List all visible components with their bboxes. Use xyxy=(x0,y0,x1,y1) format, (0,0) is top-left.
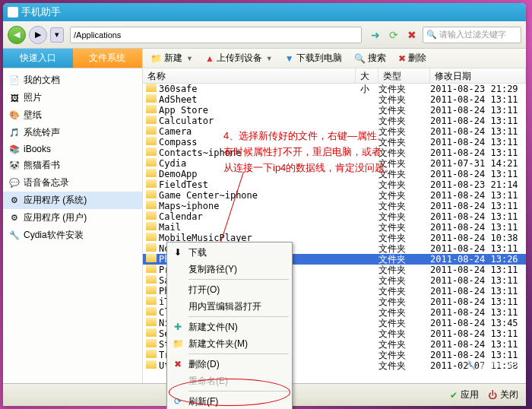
col-date[interactable]: 修改日期 xyxy=(430,68,526,83)
folder-icon xyxy=(146,105,157,113)
search-button[interactable]: 🔍搜索 xyxy=(351,50,389,66)
file-row[interactable]: Maps~iphone文件夹2011-08-24 13:11 xyxy=(143,201,526,211)
file-row[interactable]: DemoApp文件夹2011-08-24 13:11 xyxy=(143,169,526,179)
upload-button[interactable]: ▲上传到设备▼ xyxy=(202,50,276,66)
folder-icon xyxy=(146,350,157,358)
sidebar-item-icon: ⚙ xyxy=(9,195,20,206)
folder-icon xyxy=(146,296,157,305)
cm-download[interactable]: ⬇下载 xyxy=(169,244,290,261)
search-input[interactable]: 🔍 请输入过滤关键字 xyxy=(423,27,521,43)
download-icon: ⬇ xyxy=(172,246,184,258)
titlebar: 手机助手 xyxy=(3,3,526,21)
tab-quick-entry[interactable]: 快速入口 xyxy=(3,49,73,68)
sidebar-item[interactable]: 🎨壁纸 xyxy=(3,106,142,124)
history-dropdown[interactable]: ▾ xyxy=(50,27,64,43)
folder-icon xyxy=(146,318,157,326)
path-input[interactable] xyxy=(70,27,362,43)
delete-icon: ✖ xyxy=(398,53,406,64)
folder-icon xyxy=(146,201,157,209)
file-row[interactable]: Contacts~iphone文件夹2011-08-24 13:11 xyxy=(143,147,526,158)
refresh-icon[interactable]: ⟳ xyxy=(386,27,401,43)
sidebar-item[interactable]: 🔧Cydia软件安装 xyxy=(3,227,142,244)
sidebar-item[interactable]: 🐼熊猫看书 xyxy=(3,157,142,174)
folder-icon xyxy=(146,179,157,188)
apply-button[interactable]: ✔应用 xyxy=(450,388,479,401)
folder-plus-icon: 📁 xyxy=(172,338,184,350)
folder-icon xyxy=(146,94,157,103)
file-row[interactable]: 360safe文件夹2011-08-23 21:29 xyxy=(143,84,526,94)
sidebar-item-label: iBooks xyxy=(24,144,51,154)
sidebar-item-label: 系统铃声 xyxy=(24,126,60,139)
sidebar-item[interactable]: 🖼照片 xyxy=(3,89,142,106)
file-row[interactable]: Cydia文件夹2011-07-31 14:21 xyxy=(143,158,526,169)
folder-icon xyxy=(146,286,157,294)
sidebar-item-icon: 🐼 xyxy=(9,160,20,171)
folder-icon xyxy=(146,339,157,347)
sidebar-item[interactable]: 📚iBooks xyxy=(3,141,142,157)
col-type[interactable]: 类型 xyxy=(378,68,430,83)
go-button[interactable]: ➜ xyxy=(368,27,383,43)
sidebar-item[interactable]: 📄我的文档 xyxy=(3,71,142,89)
file-row[interactable]: App Store文件夹2011-08-24 13:11 xyxy=(143,105,526,116)
close-button[interactable]: ⏻关闭 xyxy=(488,388,518,401)
file-row[interactable]: Calendar文件夹2011-08-24 13:11 xyxy=(143,211,526,222)
file-row[interactable]: Mail文件夹2011-08-24 13:11 xyxy=(143,222,526,233)
folder-icon xyxy=(146,169,157,177)
download-button[interactable]: ▼下载到电脑 xyxy=(282,50,345,66)
file-row[interactable]: FieldTest文件夹2011-08-23 21:14 xyxy=(143,179,526,190)
search-icon: 🔍 xyxy=(354,53,366,64)
sidebar-item[interactable]: ⚙应用程序 (用户) xyxy=(3,209,142,227)
back-button[interactable]: ◀ xyxy=(8,26,26,44)
upload-icon: ▲ xyxy=(205,53,214,64)
tab-file-system[interactable]: 文件系统 xyxy=(73,49,143,68)
refresh-icon: ⟳ xyxy=(172,395,184,407)
folder-icon xyxy=(146,275,157,284)
sidebar-item-label: 壁纸 xyxy=(24,109,42,122)
col-name[interactable]: 名称 xyxy=(143,68,356,83)
cm-open[interactable]: 打开(O) xyxy=(169,281,290,298)
folder-icon xyxy=(146,147,157,156)
sidebar-tabs: 快速入口 文件系统 xyxy=(3,49,142,68)
forward-button[interactable]: ▶ xyxy=(29,26,47,44)
sidebar-item-label: 语音备忘录 xyxy=(24,176,69,189)
col-size[interactable]: 大小 xyxy=(356,68,378,83)
cm-refresh[interactable]: ⟳刷新(F) xyxy=(169,393,290,409)
window-title: 手机助手 xyxy=(21,5,61,19)
cm-copy-path[interactable]: 复制路径(Y) xyxy=(169,261,290,277)
main-toolbar: 📁新建▼ ▲上传到设备▼ ▼下载到电脑 🔍搜索 ✖删除 xyxy=(143,49,526,68)
folder-icon: 📁 xyxy=(150,53,162,64)
folder-icon xyxy=(146,158,157,166)
sidebar-list: 📄我的文档🖼照片🎨壁纸🎵系统铃声📚iBooks🐼熊猫看书💬语音备忘录⚙应用程序 … xyxy=(3,68,142,247)
file-row[interactable]: Calculator文件夹2011-08-24 13:11 xyxy=(143,116,526,126)
sidebar-item[interactable]: 💬语音备忘录 xyxy=(3,174,142,192)
cm-new-folder[interactable]: 📁新建文件夹(M) xyxy=(169,335,290,352)
new-button[interactable]: 📁新建▼ xyxy=(147,50,196,66)
file-row[interactable]: Camera文件夹2011-08-24 13:11 xyxy=(143,126,526,137)
cm-new-file[interactable]: ✚新建文件(N) xyxy=(169,319,290,335)
cm-open-editor[interactable]: 用内置编辑器打开 xyxy=(169,298,290,315)
folder-icon xyxy=(146,254,157,262)
context-menu: ⬇下载 复制路径(Y) 打开(O) 用内置编辑器打开 ✚新建文件(N) 📁新建文… xyxy=(166,242,293,409)
folder-icon xyxy=(146,360,157,369)
file-list-header: 名称 大小 类型 修改日期 xyxy=(143,68,526,84)
folder-icon xyxy=(146,233,157,241)
remove-icon[interactable]: ✖ xyxy=(404,27,420,43)
delete-icon: ✖ xyxy=(172,358,184,370)
sidebar-item-label: Cydia软件安装 xyxy=(24,229,84,242)
sidebar-item[interactable]: 🎵系统铃声 xyxy=(3,124,142,141)
check-icon: ✔ xyxy=(450,390,458,401)
sidebar: 快速入口 文件系统 📄我的文档🖼照片🎨壁纸🎵系统铃声📚iBooks🐼熊猫看书💬语… xyxy=(3,49,143,406)
sidebar-item-label: 熊猫看书 xyxy=(24,159,60,172)
download-icon: ▼ xyxy=(285,53,294,64)
folder-icon xyxy=(146,126,157,135)
delete-button[interactable]: ✖删除 xyxy=(395,50,429,66)
file-row[interactable]: Game Center~iphone文件夹2011-08-24 13:11 xyxy=(143,190,526,201)
folder-icon xyxy=(146,265,157,273)
cm-delete[interactable]: ✖删除(D) xyxy=(169,356,290,373)
sidebar-item[interactable]: ⚙应用程序 (系统) xyxy=(3,192,142,209)
file-row[interactable]: Compass文件夹2011-08-24 13:11 xyxy=(143,137,526,147)
folder-icon xyxy=(146,190,157,198)
file-row[interactable]: AdSheet文件夹2011-08-24 13:11 xyxy=(143,94,526,105)
file-plus-icon: ✚ xyxy=(172,321,184,333)
folder-icon xyxy=(146,137,157,145)
